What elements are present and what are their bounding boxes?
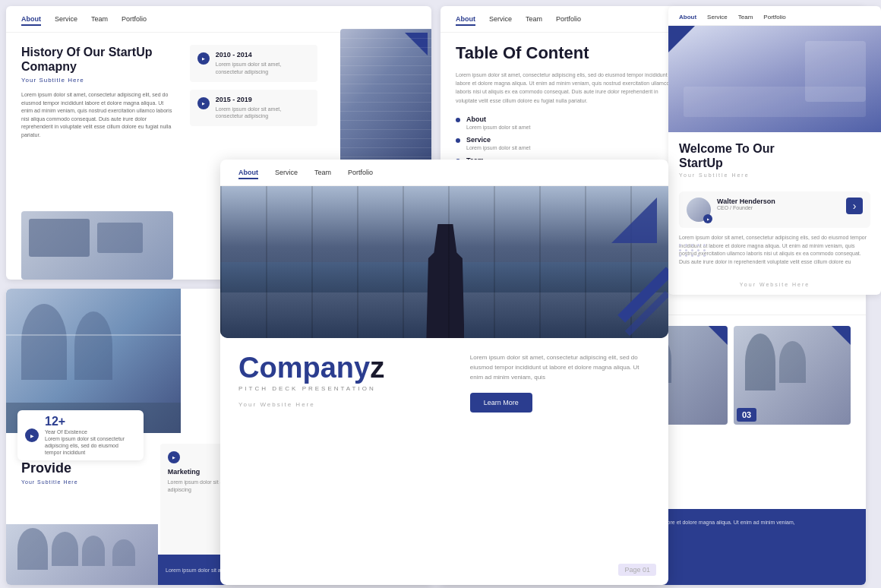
timeline-play-2[interactable]: [197, 97, 210, 109]
toc-nav-about[interactable]: About: [456, 15, 475, 26]
center-nav-portfolio[interactable]: Portfolio: [348, 169, 373, 179]
avatar-play[interactable]: [703, 214, 712, 223]
team-num-2: 03: [737, 408, 756, 422]
toc-body: Lorem ipsum dolor sit amet, consectetur …: [456, 71, 679, 105]
toc-nav-team[interactable]: Team: [526, 15, 542, 26]
toc-item-service: Service Lorem ipsum dolor sit amet: [456, 136, 679, 150]
person-name: Walter Henderson: [717, 198, 775, 205]
center-nav-service[interactable]: Service: [275, 169, 298, 179]
welcome-dots: [679, 244, 706, 257]
laptop-deco-tri: [668, 26, 695, 52]
nav-service[interactable]: Service: [55, 15, 77, 26]
slide-center: About Service Team Portfolio Companyz Pi…: [220, 160, 668, 585]
testimonial-card: Walter Henderson CEO / Founder ›: [679, 191, 870, 228]
history-subtitle: Your Subtitle Here: [21, 77, 175, 84]
center-body: Lorem ipsum dolor sit amet, consectetur …: [470, 353, 650, 382]
history-title: History Of Our StartUp Comapny: [21, 45, 175, 74]
nav-portfolio[interactable]: Portfolio: [122, 15, 147, 26]
person-image: [21, 211, 173, 280]
stat-play-btn[interactable]: [25, 428, 39, 442]
team-photo-2: 03: [734, 326, 851, 425]
toc-item-about: About Lorem ipsum dolor sit amet: [456, 115, 679, 130]
person-role: CEO / Founder: [717, 205, 775, 210]
timeline-year-2: 2015 - 2019: [216, 96, 310, 103]
center-page-num: Page 01: [618, 564, 656, 576]
welcome-nav-service[interactable]: Service: [707, 14, 728, 21]
building-image: [340, 29, 431, 166]
services-subtitle: Your Subtitle Here: [21, 479, 150, 485]
welcome-website: Your Website Here: [740, 282, 810, 287]
marketing-play[interactable]: [168, 451, 180, 463]
timeline-item-2: 2015 - 2019 Lorem ipsum dolor sit amet, …: [190, 90, 317, 127]
timeline-item-1: 2010 - 2014 Lorem ipsum dolor sit amet, …: [190, 45, 317, 82]
slide-welcome: About Service Team Portfolio Welcome To …: [668, 6, 881, 295]
toc-nav-portfolio[interactable]: Portfolio: [556, 15, 581, 26]
avatar: [687, 198, 711, 222]
center-nav-team[interactable]: Team: [314, 169, 331, 179]
timeline-play-1[interactable]: [197, 52, 210, 65]
timeline-year-1: 2010 - 2014: [216, 51, 310, 58]
company-website: Your Website Here: [238, 401, 455, 408]
toc-title: Table Of Content: [456, 43, 679, 63]
people-image: [6, 524, 158, 585]
hero-image: [220, 186, 668, 338]
stat-number: 12+: [45, 415, 136, 428]
nav-about[interactable]: About: [21, 15, 41, 26]
nav-team[interactable]: Team: [91, 15, 108, 26]
company-name: Companyz: [238, 353, 455, 382]
learn-more-button[interactable]: Learn More: [470, 393, 532, 413]
center-navbar: About Service Team Portfolio: [220, 160, 668, 186]
timeline-text-2: Lorem ipsum dolor sit amet, consectetur …: [216, 106, 310, 121]
welcome-nav-team[interactable]: Team: [738, 14, 753, 21]
center-nav-about[interactable]: About: [238, 169, 258, 179]
timeline-text-1: Lorem ipsum dolor sit amet, consectetur …: [216, 61, 310, 76]
welcome-nav-about[interactable]: About: [679, 14, 696, 21]
company-tagline: Pitch Deck Presentation: [238, 385, 455, 392]
toc-nav-service[interactable]: Service: [489, 15, 512, 26]
stat-label: Year Of Existence: [45, 428, 136, 435]
welcome-nav-portfolio[interactable]: Portfolio: [763, 14, 785, 21]
window-lines: [220, 186, 668, 338]
quote-button[interactable]: ›: [846, 198, 863, 214]
welcome-title: Welcome To Our StartUp: [679, 141, 870, 170]
welcome-subtitle: Your Subtitle Here: [679, 172, 870, 178]
stat-badge: 12+ Year Of Existence Lorem ipsum dolor …: [17, 410, 144, 460]
laptop2-image: [668, 26, 881, 132]
stat-desc: Lorem ipsum dolor sit consectetur adipis…: [45, 435, 136, 456]
history-body: Lorem ipsum dolor sit amet, consectetur …: [21, 91, 175, 139]
welcome-navbar: About Service Team Portfolio: [668, 6, 881, 26]
